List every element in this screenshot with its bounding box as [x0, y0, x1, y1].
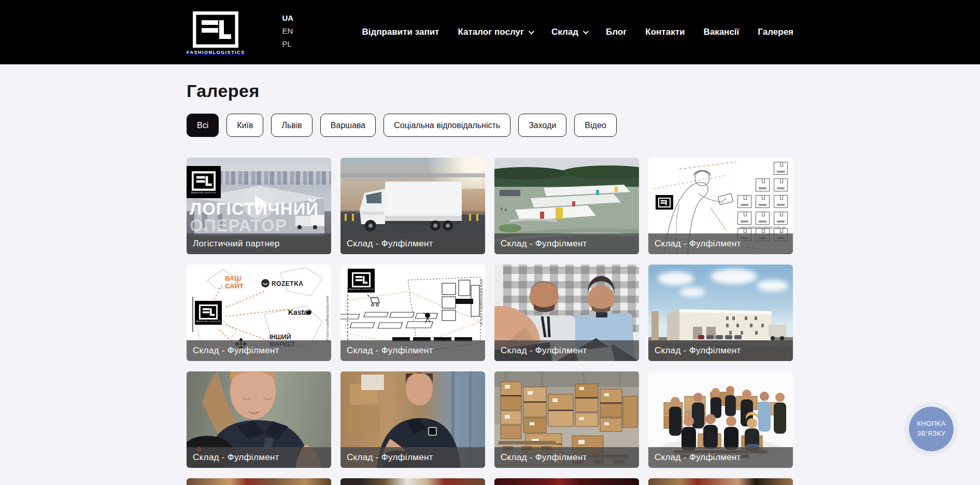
gallery-caption: Склад - Фулфілмент	[494, 340, 639, 361]
filter-lviv[interactable]: Львів	[271, 114, 312, 137]
nav-services-catalog[interactable]: Каталог послуг	[458, 27, 533, 37]
fl-logo-icon: FASHIONLOGISTICS	[348, 269, 375, 293]
contact-button-line1: КНОПКА	[917, 420, 946, 427]
main-nav: Відправити запит Каталог послуг Склад Бл…	[362, 27, 793, 37]
gallery-item[interactable]: Склад - Фулфілмент	[187, 371, 331, 468]
video-overlay-title: ЛОГІСТИЧНИЙ ОПЕРАТОР	[190, 201, 319, 233]
filter-video[interactable]: Відео	[574, 114, 616, 137]
filter-events[interactable]: Заходи	[518, 114, 566, 137]
gallery-caption: Склад - Фулфілмент	[494, 233, 639, 254]
gallery-caption: Склад - Фулфілмент	[340, 233, 485, 254]
diagram-label-your-site: ВАШ САЙТ	[225, 275, 252, 290]
gallery-item[interactable]: FASHIONLOGISTICS www.fashionlogistics.co…	[340, 265, 485, 361]
site-url: www.fashionlogistics.com.ua	[740, 226, 786, 229]
fl-logo-icon: FASHIONLOGISTICS	[195, 301, 222, 325]
gallery-item[interactable]: Склад - Фулфілмент	[340, 158, 485, 254]
gallery-caption: Склад - Фулфілмент	[494, 447, 639, 468]
gallery-item[interactable]: Склад - Фулфілмент	[648, 371, 793, 468]
contact-button[interactable]: КНОПКА ЗВ'ЯЗКУ	[909, 407, 954, 451]
lang-en[interactable]: EN	[282, 26, 294, 35]
nav-vacancies[interactable]: Вакансії	[703, 27, 739, 37]
gallery-image	[340, 478, 485, 485]
chevron-down-icon	[583, 29, 589, 34]
gallery-image	[187, 478, 331, 485]
nav-gallery[interactable]: Галерея	[758, 27, 793, 37]
main-content: Галерея Всі Київ Львів Варшава Соціальна…	[187, 64, 793, 485]
gallery-caption: Склад - Фулфілмент	[648, 233, 793, 254]
gallery-caption: Склад - Фулфілмент	[648, 447, 793, 468]
fl-logo-icon	[193, 11, 238, 48]
gallery-item[interactable]: Склад - Фулфілмент	[648, 265, 793, 361]
page-title: Галерея	[187, 81, 793, 101]
gallery-item[interactable]	[494, 478, 639, 485]
gallery-item[interactable]	[187, 478, 331, 485]
gallery-caption: Склад - Фулфілмент	[187, 340, 331, 361]
lang-pl[interactable]: PL	[282, 39, 294, 48]
diagram-label-kasta: Kasta	[288, 308, 308, 316]
site-url: www.fashionlogistics.com.ua	[326, 296, 330, 342]
site-url: www.fashionlogistics.com.ua	[480, 279, 484, 325]
filter-warsaw[interactable]: Варшава	[320, 114, 376, 137]
filter-all[interactable]: Всі	[187, 114, 219, 137]
gallery-image	[648, 478, 793, 485]
lang-ua[interactable]: UA	[282, 13, 294, 22]
gallery-caption: Склад - Фулфілмент	[340, 447, 485, 468]
diagram-label-rozetka: ROZETKA	[272, 280, 304, 287]
nav-contacts[interactable]: Контакти	[645, 27, 685, 37]
gallery-grid: FASHIONLOGISTICS ЛОГІСТИЧНИЙ ОПЕРАТОР Ло…	[187, 158, 793, 485]
gallery-caption: Склад - Фулфілмент	[340, 340, 485, 361]
gallery-item[interactable]	[648, 478, 793, 485]
gallery-item[interactable]: Склад - Фулфілмент	[494, 265, 639, 361]
brand-name: FASHIONLOGISTICS	[187, 50, 245, 55]
nav-warehouse[interactable]: Склад	[551, 27, 587, 37]
gallery-caption: Логістичний партнер	[187, 233, 331, 254]
gallery-caption: Склад - Фулфілмент	[648, 340, 793, 361]
filter-social-responsibility[interactable]: Соціальна відповідальність	[384, 114, 510, 137]
filter-kyiv[interactable]: Київ	[226, 114, 263, 137]
nav-blog[interactable]: Блог	[606, 27, 627, 37]
contact-button-halo: КНОПКА ЗВ'ЯЗКУ	[904, 402, 958, 456]
language-switcher: UA EN PL	[282, 13, 294, 48]
gallery-item[interactable]: ВАШ САЙТ ROZETKA Kasta ІНШИЙ МАРКЕТ FASH…	[187, 265, 331, 361]
gallery-item[interactable]: www.fashionlogistics.com.ua Склад - Фулф…	[648, 158, 793, 254]
gallery-image	[494, 478, 639, 485]
gallery-filters: Всі Київ Львів Варшава Соціальна відпові…	[187, 114, 793, 137]
fl-logo-icon	[656, 195, 673, 210]
box-schema	[737, 162, 788, 241]
fl-logo-icon: FASHIONLOGISTICS	[187, 166, 221, 198]
gallery-item[interactable]: Склад - Фулфілмент	[494, 158, 639, 254]
gallery-item[interactable]: Склад - Фулфілмент	[494, 371, 639, 468]
gallery-caption: Склад - Фулфілмент	[187, 447, 331, 468]
gallery-item-video[interactable]: FASHIONLOGISTICS ЛОГІСТИЧНИЙ ОПЕРАТОР Ло…	[187, 158, 331, 254]
nav-send-request[interactable]: Відправити запит	[362, 27, 439, 37]
gallery-item[interactable]: Склад - Фулфілмент	[340, 371, 485, 468]
chevron-down-icon	[529, 29, 534, 34]
brand-logo[interactable]: FASHIONLOGISTICS	[187, 11, 245, 55]
gallery-item[interactable]	[340, 478, 485, 485]
contact-button-line2: ЗВ'ЯЗКУ	[917, 429, 946, 437]
site-header: FASHIONLOGISTICS UA EN PL Відправити зап…	[0, 0, 980, 64]
